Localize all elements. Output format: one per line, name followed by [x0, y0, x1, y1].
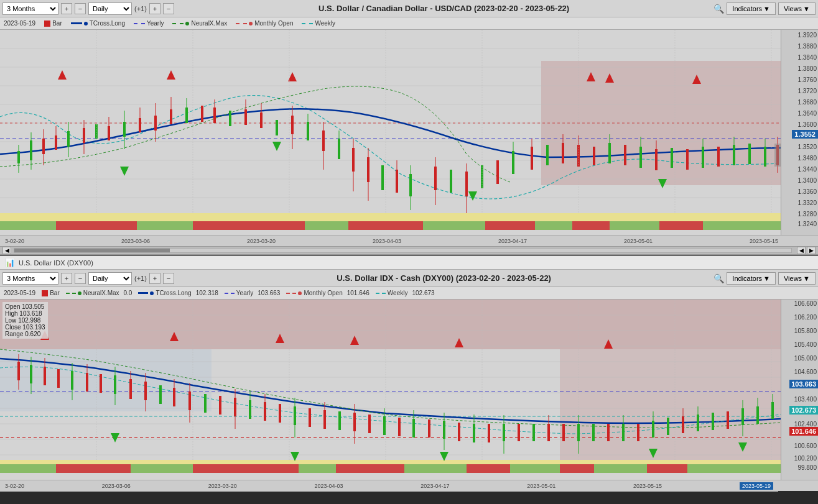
chart1-scroll-track[interactable] [14, 248, 792, 253]
chart2-yearly-val: 103.663 [258, 290, 280, 296]
chart2-indicators-label: Indicators [732, 275, 762, 282]
chart2-time-axis: 3-02-20 2023-03-06 2023-03-20 2023-04-03… [0, 480, 778, 492]
svg-rect-134 [560, 349, 781, 461]
chart2-offset-label: (+1) [134, 275, 147, 282]
chart1-offset-plus[interactable]: + [149, 3, 160, 14]
chart2-monthly-label: Monthly Open [304, 290, 342, 296]
chart1-interval-select[interactable]: DailyWeeklyMonthly [88, 2, 132, 15]
svg-rect-138 [56, 464, 131, 473]
chart2-p12: 100.600 [794, 442, 817, 449]
high-label: High [5, 310, 18, 317]
chart1-indicators-btn[interactable]: Indicators ▼ [727, 2, 776, 15]
chart1-search-icon[interactable]: 🔍 [713, 4, 724, 14]
time-label-3: 2023-03-20 [247, 238, 276, 244]
chart2-indicators-chevron: ▼ [763, 275, 770, 282]
chart1-legend-neuralx: NeuralX.Max [172, 20, 227, 27]
chart1-indicators-chevron: ▼ [763, 5, 770, 12]
price-label-5: 1.3760 [797, 76, 817, 83]
bar-icon [44, 21, 50, 27]
chart2-p2: 106.200 [794, 314, 817, 321]
chart2-yearly-icon [225, 293, 235, 294]
chart1-scroll-bar: ◀ ◀ ▶ [0, 246, 818, 255]
svg-rect-9 [659, 221, 703, 230]
chart2-views-label: Views [784, 275, 802, 282]
svg-rect-140 [336, 464, 404, 473]
chart1-nav-controls: ◀ ▶ [797, 247, 816, 254]
chart1-legend-monthly: Monthly Open [236, 20, 293, 27]
chart2-p4: 105.400 [794, 341, 817, 348]
chart2-period-select[interactable]: 3 Months1 Month6 Months [2, 272, 58, 285]
chart1-period-plus[interactable]: + [61, 3, 72, 14]
chart1-area: 1.3920 1.3880 1.3840 1.3800 1.3760 1.372… [0, 30, 818, 235]
chart2-views-btn[interactable]: Views ▼ [778, 272, 816, 285]
chart2-monthly-icon [286, 293, 296, 294]
chart2-toolbar: 3 Months1 Month6 Months + − DailyWeekly … [0, 270, 818, 287]
yearly-label: Yearly [147, 20, 164, 27]
price-label-16: 1.3320 [797, 199, 817, 206]
price-label-12: 1.3480 [797, 155, 817, 162]
chart1-scroll-thumb [14, 249, 170, 252]
yearly-line-icon [134, 23, 145, 24]
chart1-legend-date: 2023-05-19 [4, 20, 35, 27]
weekly-label: Weekly [315, 20, 335, 27]
chart1-period-select[interactable]: 3 Months1 Month6 Months1 Year [2, 2, 58, 15]
chart2-bar-icon [42, 290, 48, 296]
chart1-views-chevron: ▼ [803, 5, 810, 12]
chart2-price-axis: 106.600 106.200 105.800 105.400 105.000 … [781, 300, 818, 480]
time-label-2: 2023-03-06 [121, 238, 150, 244]
tcross-label: TCross.Long [90, 20, 125, 27]
chart2-interval-select[interactable]: DailyWeekly [88, 272, 132, 285]
chart1-offset-label: (+1) [134, 5, 147, 12]
chart2-panel-header: 📊 U.S. Dollar IDX (DXY00) [0, 255, 818, 270]
chart1-page-next[interactable]: ▶ [807, 247, 816, 254]
time-label-4: 2023-04-03 [373, 238, 401, 244]
chart1-scroll-left[interactable]: ◀ [2, 247, 11, 254]
chart1-views-btn[interactable]: Views ▼ [778, 2, 816, 15]
chart2-legend: 2023-05-19 Bar NeuralX.Max 0.0 TCross.Lo… [0, 287, 818, 300]
chart2-title: U.S. Dollar IDX - Cash (DXY00) (2023-02-… [177, 273, 711, 283]
chart2-p13: 100.200 [794, 455, 817, 462]
chart1-page-prev[interactable]: ◀ [797, 247, 806, 254]
chart2-monthly-dot [298, 291, 302, 295]
chart1-title: U.S. Dollar / Canadian Dollar - USD/CAD … [177, 4, 711, 13]
chart2-weekly-val: 102.673 [412, 290, 434, 296]
time-label-1: 3-02-20 [5, 238, 24, 244]
chart1-legend-bar: Bar [44, 20, 62, 27]
chart2-time-3: 2023-03-20 [208, 483, 237, 489]
chart1-offset-minus[interactable]: − [163, 3, 174, 14]
chart1-legend-yearly: Yearly [134, 20, 164, 27]
chart2-time-6: 2023-05-01 [527, 483, 555, 489]
neuralx-label: NeuralX.Max [191, 20, 227, 27]
chart2-offset-minus[interactable]: − [163, 273, 174, 284]
chart2-period-minus[interactable]: − [75, 273, 86, 284]
chart2-offset-plus[interactable]: + [149, 273, 160, 284]
svg-rect-5 [193, 221, 305, 230]
chart2-tcross-val: 102.318 [196, 290, 218, 296]
chart2-period-plus[interactable]: + [61, 273, 72, 284]
chart2-p10: 102.400 [794, 421, 817, 428]
chart1-legend-weekly: Weekly [302, 20, 335, 27]
price-label-1: 1.3920 [797, 32, 817, 39]
price-label-current: 1.3552 [792, 130, 818, 139]
chart2-legend-weekly: Weekly 102.673 [376, 290, 435, 296]
chart2-legend-neuralx: NeuralX.Max 0.0 [66, 290, 132, 296]
price-label-4: 1.3800 [797, 65, 817, 72]
time-label-7: 2023-05-15 [750, 238, 778, 244]
low-label: Low [5, 317, 16, 324]
chart2-tcross-label: TCross.Long [156, 290, 191, 296]
chart1-views-label: Views [784, 5, 802, 12]
chart2-indicators-btn[interactable]: Indicators ▼ [727, 272, 776, 285]
chart2-search-icon[interactable]: 🔍 [713, 273, 724, 283]
close-label: Close [5, 324, 21, 331]
price-label-11: 1.3520 [797, 144, 817, 150]
price-label-18: 1.3240 [797, 221, 817, 227]
tcross-dot-icon [84, 22, 88, 25]
chart1-svg [0, 30, 781, 235]
low-val: 102.998 [18, 317, 40, 324]
chart2-time-4: 2023-04-03 [315, 483, 343, 489]
chart1-period-minus[interactable]: − [75, 3, 86, 14]
chart1-toolbar-right: Indicators ▼ Views ▼ [727, 2, 816, 15]
chart1-price-axis: 1.3920 1.3880 1.3840 1.3800 1.3760 1.372… [781, 30, 818, 235]
price-label-7: 1.3680 [797, 99, 817, 106]
chart2-legend-yearly: Yearly 103.663 [225, 290, 281, 296]
